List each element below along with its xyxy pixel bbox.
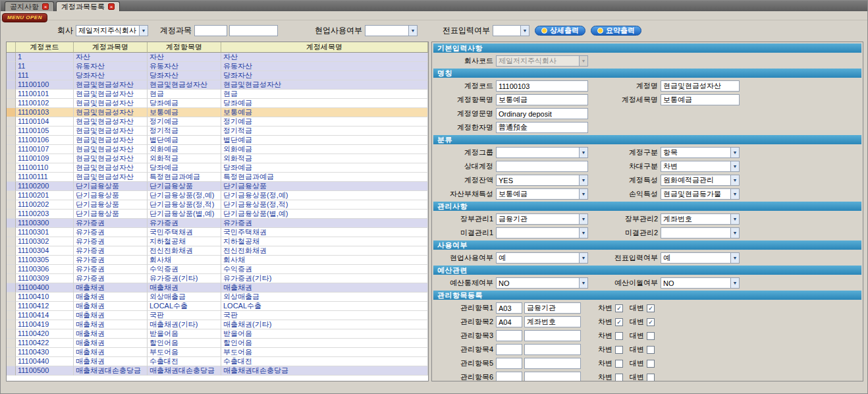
open-mgmt-1-select[interactable]: ▼ — [496, 227, 588, 239]
account-english-name-input[interactable]: Ordinary deposit — [496, 108, 588, 119]
chevron-down-icon[interactable]: ▼ — [579, 214, 587, 224]
column-header[interactable]: 계정항목명 — [148, 42, 221, 53]
checkbox[interactable] — [615, 360, 623, 368]
table-row[interactable]: 11100420매출채권받을어음받을어음 — [7, 329, 428, 339]
table-row[interactable]: 11100102현금및현금성자산당좌예금당좌예금 — [7, 99, 428, 108]
table-row[interactable]: 11100100현금및현금성자산현금및현금성자산현금및현금성자산 — [7, 80, 428, 90]
account-balance-select[interactable]: YES▼ — [496, 175, 588, 186]
table-row[interactable]: 11100109현금및현금성자산외화적금외화적금 — [7, 154, 428, 163]
table-row[interactable]: 11100412매출채권LOCAL수출LOCAL수출 — [7, 302, 428, 311]
checkbox[interactable] — [615, 374, 623, 381]
checkbox[interactable]: ✓ — [615, 318, 623, 326]
chevron-down-icon[interactable]: ▼ — [730, 214, 739, 224]
account-attribute-select[interactable]: 원화예적금관리▼ — [661, 175, 740, 186]
chevron-down-icon[interactable]: ▼ — [520, 26, 529, 36]
mgmt-item-3-name-input[interactable] — [524, 330, 581, 341]
slip-entry-select[interactable]: ▼ — [493, 25, 529, 36]
checkbox[interactable] — [647, 346, 655, 354]
account-code-input[interactable]: 11100103 — [496, 80, 588, 92]
chevron-down-icon[interactable]: ▼ — [579, 189, 587, 199]
company-select[interactable]: 제일저지주식회사 ▼ — [76, 25, 148, 36]
chevron-down-icon[interactable]: ▼ — [730, 161, 739, 171]
summary-print-button[interactable]: 요약출력 — [591, 26, 641, 36]
account-hanja-name-input[interactable]: 普通預金 — [496, 122, 588, 133]
table-row[interactable]: 11100202단기금융상품단기금융상품(정,적)단기금융상품(정,적) — [7, 200, 428, 210]
table-row[interactable]: 11100305유가증권회사채회사채 — [7, 256, 428, 265]
close-icon[interactable]: × — [108, 3, 115, 10]
table-row[interactable]: 11100104현금및현금성자산정기예금정기예금 — [7, 117, 428, 127]
company-code-select[interactable]: 제일저지주식회사▼ — [496, 55, 588, 67]
budget-carryover-yn-select[interactable]: NO▼ — [661, 277, 740, 289]
chevron-down-icon[interactable]: ▼ — [730, 228, 739, 238]
table-row[interactable]: 11유동자산유동자산유동자산 — [7, 62, 428, 71]
table-row[interactable]: 1자산자산자산 — [7, 53, 428, 62]
chevron-down-icon[interactable]: ▼ — [730, 148, 739, 157]
chevron-down-icon[interactable]: ▼ — [730, 175, 739, 185]
ledger-mgmt-2-select[interactable]: 계좌번호▼ — [661, 213, 740, 225]
table-row[interactable]: 11100304유가증권전신전화채권전신전화채권 — [7, 246, 428, 256]
table-row[interactable]: 11100101현금및현금성자산현금현금 — [7, 90, 428, 99]
chevron-down-icon[interactable]: ▼ — [730, 189, 739, 199]
column-header[interactable]: 계정과목명 — [74, 42, 148, 53]
table-row[interactable]: 11100111현금및현금성자산특정현금과예금특정현금과예금 — [7, 173, 428, 182]
table-row[interactable]: 11100302유가증권지하철공채지하철공채 — [7, 237, 428, 246]
chevron-down-icon[interactable]: ▼ — [579, 253, 587, 263]
chevron-down-icon[interactable]: ▼ — [579, 228, 587, 238]
account-detail-name-input[interactable]: 보통예금 — [661, 94, 740, 105]
ledger-mgmt-1-select[interactable]: 금융기관▼ — [496, 213, 588, 225]
table-row[interactable]: 11100301유가증권국민주택채권국민주택채권 — [7, 228, 428, 237]
table-row[interactable]: 11100500매출채권대손충당금매출채권대손충당금매출채권대손충당금 — [7, 366, 428, 376]
table-row[interactable]: 11100419매출채권매출채권(기타)매출채권(기타) — [7, 320, 428, 329]
checkbox[interactable]: ✓ — [647, 318, 655, 326]
table-row[interactable]: 11100107현금및현금성자산외화예금외화예금 — [7, 145, 428, 154]
chevron-down-icon[interactable]: ▼ — [730, 278, 739, 288]
mgmt-item-2-name-input[interactable]: 계좌번호 — [524, 316, 581, 327]
tab-account-registration[interactable]: 계정과목등록 × — [56, 1, 120, 11]
checkbox[interactable]: ✓ — [647, 304, 655, 312]
table-row[interactable]: 11100300유가증권유가증권유가증권 — [7, 219, 428, 228]
table-row[interactable]: 11100414매출채권국판국판 — [7, 311, 428, 320]
mgmt-item-4-code-input[interactable] — [496, 344, 522, 355]
mgmt-item-6-name-input[interactable] — [524, 372, 581, 381]
table-row[interactable]: 11100201단기금융상품단기금융상품(정,예)단기금융상품(정,예) — [7, 191, 428, 200]
chevron-down-icon[interactable]: ▼ — [139, 26, 148, 36]
table-row[interactable]: 111당좌자산당좌자산당좌자산 — [7, 71, 428, 80]
checkbox[interactable]: ✓ — [615, 304, 623, 312]
debit-credit-class-select[interactable]: 차변▼ — [661, 161, 740, 172]
column-header[interactable]: 계정세목명 — [221, 42, 428, 53]
budget-control-yn-select[interactable]: NO▼ — [496, 277, 588, 289]
table-row[interactable]: 11100440매출채권수출대전수출대전 — [7, 357, 428, 366]
checkbox[interactable] — [615, 332, 623, 340]
tab-notice[interactable]: 공지사항 × — [5, 1, 54, 11]
menu-open-button[interactable]: MENU OPEN — [2, 13, 47, 22]
detail-print-button[interactable]: 상세출력 — [535, 26, 585, 36]
counter-account-input[interactable] — [496, 161, 588, 172]
mgmt-item-1-name-input[interactable]: 금융기관 — [524, 302, 581, 314]
mgmt-item-3-code-input[interactable] — [496, 330, 522, 341]
open-mgmt-2-select[interactable]: ▼ — [661, 227, 740, 239]
slip-entry-yn-select[interactable]: 예▼ — [661, 252, 740, 264]
table-row[interactable]: 11100400매출채권매출채권매출채권 — [7, 283, 428, 293]
account-name-input[interactable] — [229, 25, 278, 36]
mgmt-item-5-code-input[interactable] — [496, 358, 522, 369]
asset-liability-attribute-select[interactable]: 보통예금▼ — [496, 188, 588, 200]
table-row[interactable]: 11100105현금및현금성자산정기적금정기적금 — [7, 127, 428, 136]
table-row[interactable]: 11100306유가증권수익증권수익증권 — [7, 265, 428, 274]
account-item-name-input[interactable]: 보통예금 — [496, 94, 588, 105]
account-code-input[interactable] — [194, 25, 227, 36]
checkbox[interactable] — [647, 332, 655, 340]
chevron-down-icon[interactable]: ▼ — [730, 253, 739, 263]
table-row[interactable]: 11100103현금및현금성자산보통예금보통예금 — [7, 108, 428, 117]
table-row[interactable]: 11100422매출채권할인어음할인어음 — [7, 339, 428, 348]
table-row[interactable]: 11100106현금및현금성자산별단예금별단예금 — [7, 136, 428, 145]
mgmt-item-1-code-input[interactable]: A03 — [496, 302, 522, 314]
close-icon[interactable]: × — [42, 3, 49, 10]
business-use-select[interactable]: ▼ — [365, 25, 418, 36]
mgmt-item-4-name-input[interactable] — [524, 344, 581, 355]
table-row[interactable]: 11100309유가증권유가증권(기타)유가증권(기타) — [7, 274, 428, 283]
checkbox[interactable] — [647, 374, 655, 381]
chevron-down-icon[interactable]: ▼ — [579, 148, 587, 157]
account-class-select[interactable]: 항목▼ — [661, 147, 740, 158]
table-row[interactable]: 11100110현금및현금성자산당좌예금당좌예금 — [7, 163, 428, 173]
business-use-yn-select[interactable]: 예▼ — [496, 252, 588, 264]
